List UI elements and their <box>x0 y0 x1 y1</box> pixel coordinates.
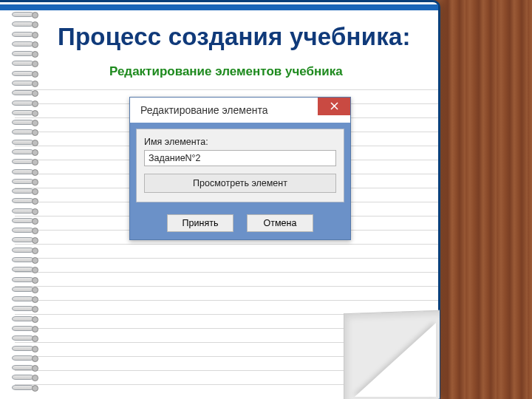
cancel-button[interactable]: Отмена <box>247 214 313 232</box>
edit-element-dialog: Редактирование элемента Имя элемента: Пр… <box>129 97 351 240</box>
element-name-input[interactable] <box>144 150 336 166</box>
slide-subtitle: Редактирование элементов учебника <box>109 64 343 79</box>
notebook-page: Процесс создания учебника: Редактировани… <box>0 0 440 399</box>
page-fold <box>355 323 436 397</box>
close-button[interactable] <box>318 98 350 115</box>
element-name-label: Имя элемента: <box>144 137 336 147</box>
view-element-button[interactable]: Просмотреть элемент <box>144 174 336 193</box>
page-top-accent <box>0 4 438 10</box>
dialog-body: Имя элемента: Просмотреть элемент <box>136 129 344 202</box>
dialog-titlebar[interactable]: Редактирование элемента <box>130 98 350 123</box>
accept-button[interactable]: Принять <box>167 214 233 232</box>
spiral-binding <box>9 7 41 395</box>
dialog-title: Редактирование элемента <box>140 104 268 116</box>
slide-title: Процесс создания учебника: <box>58 23 423 51</box>
close-icon <box>330 100 338 113</box>
dialog-footer: Принять Отмена <box>130 208 350 239</box>
